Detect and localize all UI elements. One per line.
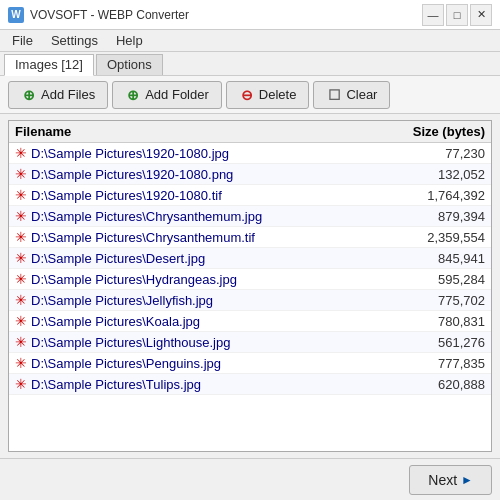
tab-bar: Images [12] Options — [0, 52, 500, 76]
table-row[interactable]: ✳D:\Sample Pictures\Chrysanthemum.tif2,3… — [9, 227, 491, 248]
delete-button[interactable]: ⊖ Delete — [226, 81, 310, 109]
table-row[interactable]: ✳D:\Sample Pictures\Hydrangeas.jpg595,28… — [9, 269, 491, 290]
delete-label: Delete — [259, 87, 297, 102]
maximize-button[interactable]: □ — [446, 4, 468, 26]
add-files-button[interactable]: ⊕ Add Files — [8, 81, 108, 109]
file-type-icon: ✳ — [15, 313, 27, 329]
file-type-icon: ✳ — [15, 166, 27, 182]
next-arrow-icon: ► — [461, 473, 473, 487]
file-size: 1,764,392 — [385, 188, 485, 203]
add-files-label: Add Files — [41, 87, 95, 102]
add-folder-label: Add Folder — [145, 87, 209, 102]
table-row[interactable]: ✳D:\Sample Pictures\Jellyfish.jpg775,702 — [9, 290, 491, 311]
close-button[interactable]: ✕ — [470, 4, 492, 26]
file-name: D:\Sample Pictures\1920-1080.jpg — [31, 146, 385, 161]
file-name: D:\Sample Pictures\Chrysanthemum.jpg — [31, 209, 385, 224]
menu-settings[interactable]: Settings — [43, 31, 106, 50]
toolbar: ⊕ Add Files ⊕ Add Folder ⊖ Delete ☐ Clea… — [0, 76, 500, 114]
bottom-bar: Next ► — [0, 458, 500, 500]
file-name: D:\Sample Pictures\1920-1080.png — [31, 167, 385, 182]
table-row[interactable]: ✳D:\Sample Pictures\1920-1080.png132,052 — [9, 164, 491, 185]
file-type-icon: ✳ — [15, 271, 27, 287]
file-type-icon: ✳ — [15, 208, 27, 224]
next-button[interactable]: Next ► — [409, 465, 492, 495]
table-row[interactable]: ✳D:\Sample Pictures\Chrysanthemum.jpg879… — [9, 206, 491, 227]
file-type-icon: ✳ — [15, 376, 27, 392]
clear-button[interactable]: ☐ Clear — [313, 81, 390, 109]
header-size: Size (bytes) — [385, 124, 485, 139]
table-row[interactable]: ✳D:\Sample Pictures\Koala.jpg780,831 — [9, 311, 491, 332]
file-size: 777,835 — [385, 356, 485, 371]
table-row[interactable]: ✳D:\Sample Pictures\1920-1080.jpg77,230 — [9, 143, 491, 164]
table-row[interactable]: ✳D:\Sample Pictures\Lighthouse.jpg561,27… — [9, 332, 491, 353]
file-name: D:\Sample Pictures\Chrysanthemum.tif — [31, 230, 385, 245]
file-size: 845,941 — [385, 251, 485, 266]
file-list-container: Filename Size (bytes) ✳D:\Sample Picture… — [8, 120, 492, 452]
file-name: D:\Sample Pictures\Koala.jpg — [31, 314, 385, 329]
header-filename: Filename — [15, 124, 385, 139]
file-type-icon: ✳ — [15, 250, 27, 266]
file-name: D:\Sample Pictures\Desert.jpg — [31, 251, 385, 266]
file-name: D:\Sample Pictures\Lighthouse.jpg — [31, 335, 385, 350]
file-type-icon: ✳ — [15, 355, 27, 371]
file-size: 132,052 — [385, 167, 485, 182]
menu-help[interactable]: Help — [108, 31, 151, 50]
file-name: D:\Sample Pictures\Jellyfish.jpg — [31, 293, 385, 308]
delete-icon: ⊖ — [239, 87, 255, 103]
file-size: 595,284 — [385, 272, 485, 287]
add-folder-button[interactable]: ⊕ Add Folder — [112, 81, 222, 109]
menu-file[interactable]: File — [4, 31, 41, 50]
file-type-icon: ✳ — [15, 229, 27, 245]
table-row[interactable]: ✳D:\Sample Pictures\1920-1080.tif1,764,3… — [9, 185, 491, 206]
file-name: D:\Sample Pictures\Hydrangeas.jpg — [31, 272, 385, 287]
minimize-button[interactable]: — — [422, 4, 444, 26]
file-type-icon: ✳ — [15, 145, 27, 161]
menu-bar: File Settings Help — [0, 30, 500, 52]
file-size: 775,702 — [385, 293, 485, 308]
file-size: 2,359,554 — [385, 230, 485, 245]
file-name: D:\Sample Pictures\Penguins.jpg — [31, 356, 385, 371]
file-size: 780,831 — [385, 314, 485, 329]
file-size: 561,276 — [385, 335, 485, 350]
tab-options[interactable]: Options — [96, 54, 163, 75]
app-title: VOVSOFT - WEBP Converter — [30, 8, 189, 22]
clear-icon: ☐ — [326, 87, 342, 103]
file-type-icon: ✳ — [15, 334, 27, 350]
file-name: D:\Sample Pictures\1920-1080.tif — [31, 188, 385, 203]
file-type-icon: ✳ — [15, 292, 27, 308]
tab-images[interactable]: Images [12] — [4, 54, 94, 76]
next-label: Next — [428, 472, 457, 488]
app-icon: W — [8, 7, 24, 23]
add-files-icon: ⊕ — [21, 87, 37, 103]
file-list-header: Filename Size (bytes) — [9, 121, 491, 143]
file-name: D:\Sample Pictures\Tulips.jpg — [31, 377, 385, 392]
table-row[interactable]: ✳D:\Sample Pictures\Penguins.jpg777,835 — [9, 353, 491, 374]
table-row[interactable]: ✳D:\Sample Pictures\Desert.jpg845,941 — [9, 248, 491, 269]
add-folder-icon: ⊕ — [125, 87, 141, 103]
file-size: 879,394 — [385, 209, 485, 224]
title-bar: W VOVSOFT - WEBP Converter — □ ✕ — [0, 0, 500, 30]
file-size: 77,230 — [385, 146, 485, 161]
clear-label: Clear — [346, 87, 377, 102]
file-type-icon: ✳ — [15, 187, 27, 203]
file-size: 620,888 — [385, 377, 485, 392]
table-row[interactable]: ✳D:\Sample Pictures\Tulips.jpg620,888 — [9, 374, 491, 395]
